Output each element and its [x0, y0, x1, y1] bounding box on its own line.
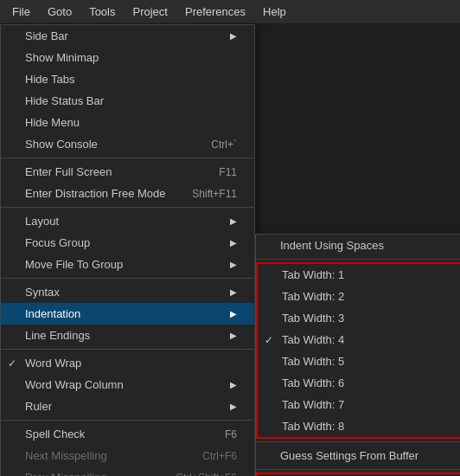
menu-item-tab5[interactable]: Tab Width: 5: [258, 351, 460, 372]
layout-arrow: ▶: [230, 216, 237, 226]
menu-item-hidetabs[interactable]: Hide Tabs: [1, 68, 254, 90]
menubar-project[interactable]: Project: [125, 2, 176, 22]
menu-item-prevmisspell[interactable]: Prev Misspelling Ctrl+Shift+F6: [1, 466, 254, 476]
menu-item-tab3[interactable]: Tab Width: 3: [258, 307, 460, 329]
menu-item-focusgroup[interactable]: Focus Group ▶: [1, 232, 254, 254]
tab-width-group: Tab Width: 1 Tab Width: 2 Tab Width: 3 ✓…: [256, 262, 460, 439]
tab2-label: Tab Width: 2: [282, 290, 344, 303]
distraction-shortcut: Shift+F11: [166, 188, 237, 200]
indsep2: [256, 441, 460, 442]
menubar-preferences[interactable]: Preferences: [176, 2, 254, 22]
wordwrapcol-label: Word Wrap Column: [25, 378, 124, 391]
menu-item-wordwrap[interactable]: ✓ Word Wrap: [1, 352, 254, 374]
menu-item-nextmisspell[interactable]: Next Misspelling Ctrl+F6: [1, 445, 254, 466]
showconsole-shortcut: Ctrl+`: [185, 138, 237, 151]
indentspaces-label: Indent Using Spaces: [280, 239, 384, 252]
wordwrapcol-arrow: ▶: [230, 380, 237, 389]
sep3: [1, 278, 254, 279]
tab4-label: Tab Width: 4: [282, 333, 344, 346]
menu-item-movefilegroup[interactable]: Move File To Group ▶: [1, 254, 254, 275]
distraction-label: Enter Distraction Free Mode: [25, 187, 166, 200]
syntax-arrow: ▶: [230, 287, 237, 297]
nextmisspell-label: Next Misspelling: [25, 449, 107, 462]
hidemenu-label: Hide Menu: [25, 116, 80, 129]
menu-item-distraction[interactable]: Enter Distraction Free Mode Shift+F11: [1, 183, 254, 204]
minimap-label: Show Minimap: [25, 51, 99, 64]
view-dropdown: Side Bar ▶ Show Minimap Hide Tabs Hide S…: [0, 24, 255, 476]
hidetabs-label: Hide Tabs: [25, 73, 75, 86]
guessbuffer-label: Guess Settings From Buffer: [280, 449, 418, 462]
tab4-check: ✓: [265, 334, 273, 346]
menu-item-hidemenu[interactable]: Hide Menu: [1, 112, 254, 133]
menu-item-layout[interactable]: Layout ▶: [1, 210, 254, 232]
focusgroup-label: Focus Group: [25, 236, 90, 249]
tab6-label: Tab Width: 6: [282, 376, 344, 389]
nextmisspell-shortcut: Ctrl+F6: [176, 450, 237, 462]
menubar: File Goto Tools Project Preferences Help: [0, 0, 460, 24]
fullscreen-label: Enter Full Screen: [25, 165, 112, 178]
wordwrap-label: Word Wrap: [25, 357, 81, 370]
fullscreen-shortcut: F11: [193, 166, 237, 178]
spellcheck-shortcut: F6: [199, 428, 237, 441]
layout-label: Layout: [25, 215, 59, 228]
menu-item-ruler[interactable]: Ruler ▶: [1, 396, 254, 417]
movefilegroup-arrow: ▶: [230, 260, 237, 269]
ruler-arrow: ▶: [230, 402, 237, 411]
tab8-label: Tab Width: 8: [282, 420, 344, 433]
menubar-help[interactable]: Help: [254, 2, 295, 22]
menu-item-tab7[interactable]: Tab Width: 7: [258, 394, 460, 415]
spellcheck-label: Spell Check: [25, 428, 85, 441]
menu-item-minimap[interactable]: Show Minimap: [1, 47, 254, 68]
menu-item-lineendings[interactable]: Line Endings ▶: [1, 325, 254, 346]
indentation-label: Indentation: [25, 307, 80, 320]
sidebar-arrow: ▶: [230, 31, 237, 41]
menubar-file[interactable]: File: [3, 2, 39, 22]
menu-item-showconsole[interactable]: Show Console Ctrl+`: [1, 133, 254, 155]
menu-item-wordwrapcol[interactable]: Word Wrap Column ▶: [1, 374, 254, 396]
tab5-label: Tab Width: 5: [282, 355, 344, 368]
lineendings-arrow: ▶: [230, 331, 237, 340]
indsep1: [256, 259, 460, 260]
focusgroup-arrow: ▶: [230, 238, 237, 248]
menu-item-fullscreen[interactable]: Enter Full Screen F11: [1, 161, 254, 183]
menubar-tools[interactable]: Tools: [80, 2, 124, 22]
menubar-goto[interactable]: Goto: [39, 2, 80, 22]
prevmisspell-shortcut: Ctrl+Shift+F6: [150, 472, 237, 477]
menu-item-sidebar[interactable]: Side Bar ▶: [1, 25, 254, 47]
tab1-label: Tab Width: 1: [282, 268, 344, 281]
sidebar-label: Side Bar: [25, 29, 68, 42]
sep1: [1, 158, 254, 158]
menu-item-indentspaces[interactable]: Indent Using Spaces: [256, 235, 460, 256]
movefilegroup-label: Move File To Group: [25, 258, 123, 271]
sep4: [1, 349, 254, 350]
syntax-label: Syntax: [25, 286, 60, 299]
menu-item-tab4[interactable]: ✓ Tab Width: 4: [258, 329, 460, 351]
indentation-dropdown: Indent Using Spaces Tab Width: 1 Tab Wid…: [255, 234, 460, 476]
indsep3: [256, 469, 460, 470]
showconsole-label: Show Console: [25, 138, 98, 151]
ruler-label: Ruler: [25, 400, 52, 413]
menu-item-tab8[interactable]: Tab Width: 8: [258, 415, 460, 437]
menu-item-tab1[interactable]: Tab Width: 1: [258, 264, 460, 286]
menu-item-hidestatusbar[interactable]: Hide Status Bar: [1, 90, 254, 112]
indentation-arrow: ▶: [230, 309, 237, 318]
sep5: [1, 420, 254, 421]
sep2: [1, 207, 254, 208]
lineendings-label: Line Endings: [25, 329, 90, 342]
menu-item-indentation[interactable]: Indentation ▶: [1, 303, 254, 325]
menu-item-spellcheck[interactable]: Spell Check F6: [1, 423, 254, 445]
menu-item-syntax[interactable]: Syntax ▶: [1, 281, 254, 303]
wordwrap-check: ✓: [8, 357, 16, 370]
convert-group: Convert Indentation to Spaces Convert In…: [256, 473, 460, 476]
tab3-label: Tab Width: 3: [282, 312, 344, 325]
menu-item-tab6[interactable]: Tab Width: 6: [258, 372, 460, 394]
tab7-label: Tab Width: 7: [282, 398, 344, 411]
menu-item-tab2[interactable]: Tab Width: 2: [258, 286, 460, 307]
hidestatusbar-label: Hide Status Bar: [25, 94, 104, 107]
prevmisspell-label: Prev Misspelling: [25, 471, 107, 476]
menu-item-guessbuffer[interactable]: Guess Settings From Buffer: [256, 445, 460, 466]
